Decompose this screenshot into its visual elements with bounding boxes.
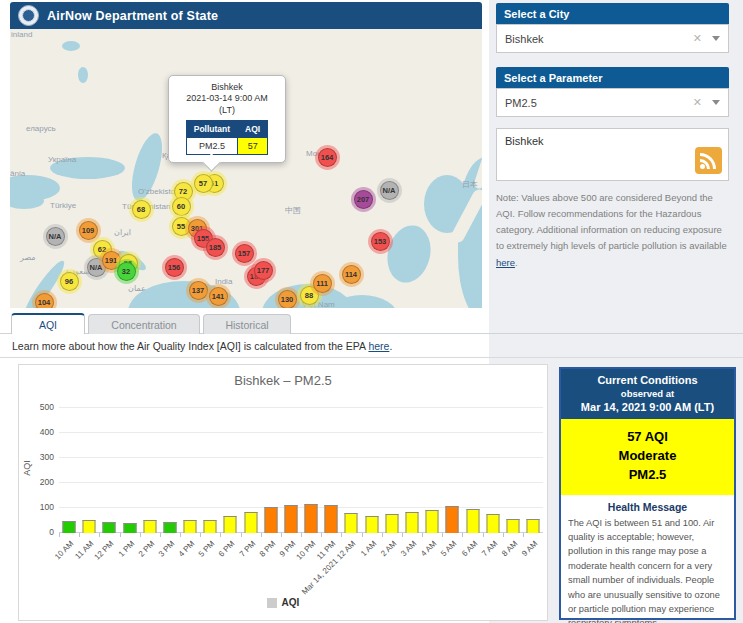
tab-concentration[interactable]: Concentration xyxy=(88,314,200,334)
x-axis-tick: 9 AM xyxy=(520,539,539,558)
y-axis-tick: 500 xyxy=(40,402,54,412)
x-axis-tick: 7 PM xyxy=(237,539,257,559)
aqi-bar[interactable] xyxy=(184,520,197,533)
bar-slot: 2 AM xyxy=(382,408,402,533)
aqi-marker[interactable]: 185 xyxy=(206,238,225,257)
aqi-marker[interactable]: 57 xyxy=(194,174,213,193)
aqi-bar[interactable] xyxy=(325,505,338,533)
aqi-bar[interactable] xyxy=(143,520,156,533)
legend-label: AQI xyxy=(282,597,300,608)
bar-slot: 6 PM xyxy=(220,408,240,533)
japan-island-shape xyxy=(473,154,482,189)
popup-col-aqi: AQI xyxy=(238,120,268,137)
aqi-marker[interactable]: 137 xyxy=(189,281,208,300)
aqi-marker[interactable]: N/A xyxy=(380,181,399,200)
aqi-bar[interactable] xyxy=(83,520,96,533)
aqi-marker[interactable]: 207 xyxy=(354,190,373,209)
aqi-bar[interactable] xyxy=(103,522,116,533)
aqi-bar[interactable] xyxy=(63,521,76,533)
parameter-select[interactable]: PM2.5 ✕ xyxy=(496,88,729,117)
aqi-map[interactable]: inlandеларусьУкраїнаâniaTürkiyeҚазаO'zbe… xyxy=(10,29,482,308)
popup-datetime: 2021-03-14 9:00 AM xyxy=(173,93,281,104)
water-shape xyxy=(382,221,437,287)
aqi-marker[interactable]: 60 xyxy=(172,197,191,216)
aqi-bar[interactable] xyxy=(345,513,358,533)
x-axis-tick: 4 PM xyxy=(177,539,197,559)
aqi-marker[interactable]: 164 xyxy=(318,148,337,167)
x-axis-tick: 5 PM xyxy=(197,539,217,559)
epa-here-link[interactable]: here xyxy=(368,340,389,352)
aqi-marker[interactable]: 157 xyxy=(235,244,254,263)
observed-at-label: observed at xyxy=(563,388,732,399)
chart-legend[interactable]: AQI xyxy=(19,597,547,608)
city-select[interactable]: Bishkek ✕ xyxy=(496,24,729,53)
aqi-bar[interactable] xyxy=(123,523,136,533)
water-shape xyxy=(62,41,80,51)
aqi-marker[interactable]: 130 xyxy=(278,290,297,309)
chevron-down-icon[interactable] xyxy=(712,36,720,41)
current-conditions-panel: Current Conditions observed at Mar 14, 2… xyxy=(559,367,736,620)
bar-slot: 3 PM xyxy=(160,408,180,533)
aqi-bar[interactable] xyxy=(385,514,398,533)
map-country-label: 中国 xyxy=(285,205,301,216)
y-axis-label: AQI xyxy=(22,448,32,488)
observed-datetime: Mar 14, 2021 9:00 AM (LT) xyxy=(563,401,732,413)
popup-timezone: (LT) xyxy=(173,105,281,116)
aqi-marker[interactable]: 32 xyxy=(117,262,136,281)
aqi-bar[interactable] xyxy=(284,505,297,533)
left-column: AirNow Department of State inlandеларусь… xyxy=(0,0,489,623)
aqi-bar[interactable] xyxy=(365,516,378,533)
aqi-bar[interactable] xyxy=(163,522,176,533)
water-shape xyxy=(50,157,125,179)
aqi-bar[interactable] xyxy=(244,512,257,533)
note-before: Note: Values above 500 are considered Be… xyxy=(496,192,727,251)
aqi-bar[interactable] xyxy=(446,506,459,533)
popup-aqi-value: 57 xyxy=(238,137,268,154)
aqi-bar[interactable] xyxy=(406,512,419,533)
x-axis-tick: 6 AM xyxy=(460,539,479,558)
aqi-bar[interactable] xyxy=(527,519,540,533)
aqi-bar[interactable] xyxy=(305,504,318,533)
clear-icon[interactable]: ✕ xyxy=(693,96,702,109)
tab-historical[interactable]: Historical xyxy=(203,314,291,334)
aqi-marker[interactable]: 114 xyxy=(342,265,361,284)
aqi-bar[interactable] xyxy=(264,507,277,533)
tab-bar: AQIConcentrationHistorical xyxy=(11,314,291,334)
aqi-bar[interactable] xyxy=(426,510,439,533)
clear-icon[interactable]: ✕ xyxy=(693,32,702,45)
aqi-marker[interactable]: 153 xyxy=(371,232,390,251)
aqi-bar[interactable] xyxy=(506,519,519,533)
aqi-marker[interactable]: 177 xyxy=(254,261,273,280)
bar-slot: 5 PM xyxy=(200,408,220,533)
chevron-down-icon[interactable] xyxy=(712,100,720,105)
health-message-title: Health Message xyxy=(561,495,734,516)
aqi-bar[interactable] xyxy=(486,514,499,533)
aqi-marker[interactable]: 141 xyxy=(209,287,228,306)
aqi-bar[interactable] xyxy=(466,509,479,533)
note-here-link[interactable]: here xyxy=(496,257,515,268)
aqi-marker[interactable]: 104 xyxy=(35,293,54,309)
rss-icon[interactable] xyxy=(695,147,722,174)
bar-slot: 9 PM xyxy=(281,408,301,533)
city-select-value: Bishkek xyxy=(505,33,693,45)
aqi-marker[interactable]: 109 xyxy=(79,221,98,240)
aqi-bar[interactable] xyxy=(224,516,237,533)
map-popup: Bishkek 2021-03-14 9:00 AM (LT) Pollutan… xyxy=(168,75,286,163)
aqi-marker[interactable]: 96 xyxy=(60,272,79,291)
aqi-marker[interactable]: N/A xyxy=(46,227,65,246)
tab-aqi[interactable]: AQI xyxy=(11,313,85,334)
aqi-marker[interactable]: 68 xyxy=(132,200,151,219)
bar-slot: 1 AM xyxy=(362,408,382,533)
bar-slot: 2 PM xyxy=(140,408,160,533)
x-axis-tick: 11 AM xyxy=(74,539,96,561)
bar-slot: 4 AM xyxy=(422,408,442,533)
learn-more-after: . xyxy=(389,340,392,352)
bar-slot: 12 PM xyxy=(99,408,119,533)
water-shape xyxy=(458,157,482,308)
aqi-bar[interactable] xyxy=(204,520,217,533)
aqi-marker[interactable]: 156 xyxy=(165,258,184,277)
popup-pollutant-value: PM2.5 xyxy=(186,137,237,154)
map-country-label: Україна xyxy=(48,155,76,164)
aqi-marker[interactable]: 111 xyxy=(313,274,332,293)
current-conditions-title: Current Conditions xyxy=(563,374,732,386)
